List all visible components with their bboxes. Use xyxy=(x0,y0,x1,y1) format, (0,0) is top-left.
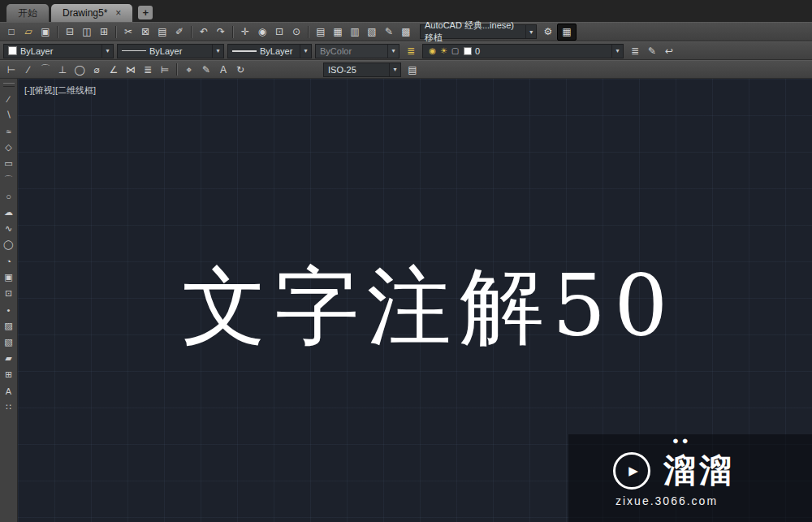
quickcalc-icon[interactable]: ▩ xyxy=(398,24,414,40)
dimension-style-dropdown[interactable]: ISO-25 ▾ xyxy=(323,63,401,77)
color-dropdown[interactable]: ByLayer ▾ xyxy=(3,44,114,58)
circle-icon[interactable]: ○ xyxy=(1,188,17,204)
lock-icon[interactable]: ▢ xyxy=(450,46,460,55)
center-mark-icon[interactable]: ⌖ xyxy=(181,62,197,77)
workspace-dropdown[interactable]: AutoCAD 经典...inese) 移植 ▾ xyxy=(420,24,537,39)
hatch-icon[interactable]: ▨ xyxy=(1,318,17,334)
rectangle-icon[interactable]: ▭ xyxy=(1,156,17,171)
close-icon[interactable]: × xyxy=(115,8,121,18)
layers-left-icons: ≣ xyxy=(403,43,419,58)
open-icon[interactable]: ▱ xyxy=(20,24,37,40)
chevron-down-icon[interactable]: ▾ xyxy=(102,45,113,58)
properties-toolbar: ByLayer ▾ ByLayer ▾ ByLayer ▾ ByColor ▾ … xyxy=(0,41,812,60)
dimension-style-icon[interactable]: ▤ xyxy=(404,62,421,77)
chevron-down-icon[interactable]: ▾ xyxy=(525,25,536,38)
point-icon[interactable]: • xyxy=(1,302,17,317)
diameter-icon[interactable]: ⌀ xyxy=(89,62,105,77)
ellipse-arc-icon[interactable]: ◔ xyxy=(1,253,17,269)
insert-block-icon[interactable]: ▣ xyxy=(1,270,17,285)
toolbar-separator xyxy=(115,26,117,38)
toolbar-overflow-icon[interactable]: ∷ xyxy=(1,399,17,415)
construction-line-icon[interactable]: ∖ xyxy=(1,107,17,123)
layer-dropdown[interactable]: ◉☀▢ 0 ▾ xyxy=(422,44,624,58)
viewport-controls[interactable]: [-][俯视][二维线框] xyxy=(24,84,96,97)
linear-dimension-icon[interactable]: ⊢ xyxy=(3,62,19,77)
designcenter-icon[interactable]: ▦ xyxy=(330,24,346,40)
lineweight-dropdown[interactable]: ByLayer ▾ xyxy=(227,44,312,58)
mtext-icon[interactable]: A xyxy=(1,383,17,399)
watermark-brand: 溜溜 xyxy=(663,448,735,493)
baseline-icon[interactable]: ≣ xyxy=(140,62,156,77)
radius-icon[interactable]: ◯ xyxy=(71,62,88,77)
aligned-dimension-icon[interactable]: ∕ xyxy=(20,62,37,77)
sun-icon[interactable]: ☀ xyxy=(438,46,449,55)
chevron-down-icon[interactable]: ▾ xyxy=(300,45,311,58)
angular-icon[interactable]: ∠ xyxy=(106,62,122,77)
cut-icon[interactable]: ✂ xyxy=(120,24,136,40)
paste-icon[interactable]: ▤ xyxy=(154,24,171,40)
gear-icon[interactable]: ⚙ xyxy=(540,24,556,40)
tool-palettes-icon[interactable]: ▥ xyxy=(347,24,363,40)
copy-icon[interactable]: ⊠ xyxy=(137,24,153,40)
spline-icon[interactable]: ∿ xyxy=(1,221,17,236)
gradient-icon[interactable]: ▧ xyxy=(1,334,17,350)
chevron-down-icon[interactable]: ▾ xyxy=(389,63,400,76)
save-icon[interactable]: ▣ xyxy=(37,24,54,40)
undo-icon[interactable]: ↶ xyxy=(196,24,212,40)
quick-dimension-icon[interactable]: ⋈ xyxy=(123,62,139,77)
redo-icon[interactable]: ↷ xyxy=(213,24,229,40)
plot-preview-icon[interactable]: ◫ xyxy=(79,24,95,40)
dimension-style-value: ISO-25 xyxy=(328,65,356,75)
match-properties-icon[interactable]: ✐ xyxy=(171,24,188,40)
dimension-update-icon[interactable]: ↻ xyxy=(232,62,248,77)
drawing-canvas[interactable]: [-][俯视][二维线框] 文字注解50 ●● ▶ 溜溜 zixue.3066.… xyxy=(18,79,812,522)
chevron-down-icon[interactable]: ▾ xyxy=(212,45,223,58)
toolbar-grip[interactable] xyxy=(3,83,15,87)
tab-drawing5[interactable]: Drawing5* × xyxy=(51,4,132,22)
make-block-icon[interactable]: ⊡ xyxy=(1,286,17,301)
zoom-window-icon[interactable]: ⊡ xyxy=(271,24,287,40)
zoom-previous-icon[interactable]: ⊙ xyxy=(288,24,304,40)
layer-states-icon[interactable]: ≣ xyxy=(627,43,643,58)
layer-previous-icon[interactable]: ↩ xyxy=(661,43,677,58)
autocad-window: 开始 Drawing5* × + □▱▣⊟◫⊞✂⊠▤✐↶↷✛◉⊡⊙▤▦▥▧✎▩ … xyxy=(0,0,812,522)
table-icon[interactable]: ⊞ xyxy=(1,367,17,382)
layer-properties-manager-icon[interactable]: ≣ xyxy=(403,43,419,58)
ordinate-icon[interactable]: ⊥ xyxy=(54,62,71,77)
continue-icon[interactable]: ⊨ xyxy=(157,62,173,77)
draw-toolbar: ∕∖≈◇▭⌒○☁∿◯◔▣⊡•▨▧▰⊞A∷ xyxy=(0,79,18,522)
markup-icon[interactable]: ✎ xyxy=(381,24,397,40)
sheet-set-manager-icon[interactable]: ▧ xyxy=(364,24,380,40)
line-icon[interactable]: ∕ xyxy=(1,91,17,106)
pan-icon[interactable]: ✛ xyxy=(237,24,253,40)
bulb-icon[interactable]: ◉ xyxy=(427,46,438,55)
toolbar-separator xyxy=(191,26,192,38)
zoom-realtime-icon[interactable]: ◉ xyxy=(254,24,270,40)
publish-icon[interactable]: ⊞ xyxy=(96,24,112,40)
chevron-down-icon[interactable]: ▾ xyxy=(611,45,623,58)
linetype-dropdown[interactable]: ByLayer ▾ xyxy=(117,44,224,58)
revision-cloud-icon[interactable]: ☁ xyxy=(1,205,17,220)
annotation-text: 文字注解50 xyxy=(182,256,676,357)
new-tab-button[interactable]: + xyxy=(138,6,153,19)
dimension-edit-icon[interactable]: ✎ xyxy=(198,62,214,77)
dimension-right-icons: ▤ xyxy=(404,62,421,77)
arc-length-icon[interactable]: ⌒ xyxy=(37,62,54,77)
arc-icon[interactable]: ⌒ xyxy=(1,172,17,188)
tab-start[interactable]: 开始 xyxy=(6,4,49,22)
lineweight-sample xyxy=(232,50,257,52)
make-object-layer-current-icon[interactable]: ✎ xyxy=(644,43,660,58)
polygon-icon[interactable]: ◇ xyxy=(1,140,17,155)
watermark-dots: ●● xyxy=(672,434,692,447)
workspace-settings-icon[interactable]: ▦ xyxy=(557,24,577,41)
plot-icon[interactable]: ⊟ xyxy=(62,24,78,40)
ellipse-icon[interactable]: ◯ xyxy=(1,237,17,252)
properties-icon[interactable]: ▤ xyxy=(313,24,329,40)
qnew-icon[interactable]: □ xyxy=(3,24,19,40)
linetype-value: ByLayer xyxy=(149,46,182,56)
file-tab-bar: 开始 Drawing5* × + xyxy=(0,0,812,22)
tab-start-label: 开始 xyxy=(18,6,37,20)
polyline-icon[interactable]: ≈ xyxy=(1,123,17,139)
dimension-text-edit-icon[interactable]: A xyxy=(215,62,231,77)
region-icon[interactable]: ▰ xyxy=(1,351,17,366)
